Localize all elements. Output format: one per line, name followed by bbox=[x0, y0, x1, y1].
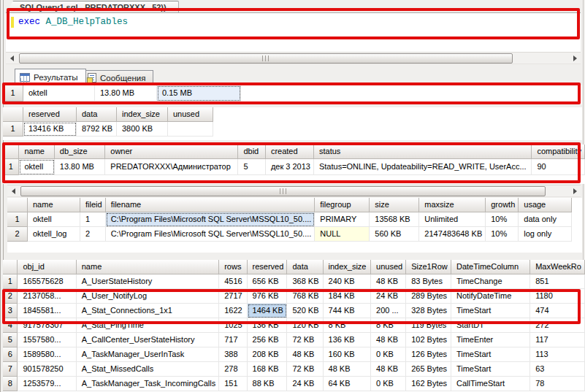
grid-cell[interactable]: 717 bbox=[219, 333, 247, 347]
column-header[interactable]: dbid bbox=[238, 145, 266, 159]
grid-cell[interactable]: 78 bbox=[530, 377, 585, 391]
grid-cell[interactable]: 63 bbox=[530, 362, 585, 377]
grid-cell[interactable]: 13.80 MB bbox=[55, 159, 106, 175]
grid-cell[interactable]: 184 KB bbox=[324, 289, 372, 304]
grid-cell-focused[interactable]: C:\Program Files\Microsoft SQL Server\MS… bbox=[106, 212, 316, 227]
column-header[interactable]: index_size bbox=[117, 107, 168, 122]
column-header[interactable]: compatibility bbox=[532, 145, 585, 159]
column-header[interactable]: unused bbox=[371, 260, 406, 274]
grid-cell[interactable]: 102 Bytes bbox=[406, 333, 451, 347]
row-number[interactable]: 1 bbox=[3, 122, 23, 137]
grid-cell[interactable]: A_Stat_Connections_1x1 bbox=[77, 304, 219, 318]
results-hscroll-thumb[interactable] bbox=[20, 186, 546, 196]
corner-header[interactable] bbox=[7, 198, 28, 212]
scroll-right-button[interactable] bbox=[570, 185, 581, 196]
column-header[interactable]: size bbox=[370, 198, 419, 212]
grid-cell[interactable]: A_Stat_PingTime bbox=[77, 318, 219, 333]
column-header[interactable]: status bbox=[314, 145, 532, 159]
grid-cell[interactable]: 278 bbox=[219, 362, 247, 377]
grid-cell[interactable]: TimeStart bbox=[451, 347, 530, 362]
grid-cell[interactable]: oktell_log bbox=[28, 227, 80, 242]
grid-cell[interactable]: 3800 KB bbox=[117, 122, 168, 137]
grid-cell[interactable]: 168 KB bbox=[248, 362, 288, 377]
column-header[interactable]: reserved bbox=[248, 260, 288, 274]
grid-cell[interactable]: 901578250 bbox=[18, 362, 76, 377]
grid-cell[interactable]: 1589580... bbox=[18, 347, 76, 362]
grid-cell[interactable]: Status=ONLINE, Updateability=READ_WRITE,… bbox=[314, 159, 532, 175]
grid-cell[interactable] bbox=[168, 122, 213, 137]
grid-cell[interactable]: A_CallCenter_UserStateHistory bbox=[77, 333, 219, 347]
grid-cell[interactable]: 289 Bytes bbox=[406, 289, 451, 304]
row-number[interactable]: 4 bbox=[3, 318, 18, 333]
grid-cell[interactable]: CallTimeStart bbox=[451, 377, 530, 391]
row-number[interactable]: 2 bbox=[3, 289, 18, 304]
grid-cell[interactable]: 917578307 bbox=[18, 318, 76, 333]
column-header[interactable]: db_size bbox=[55, 145, 106, 159]
grid-cell[interactable]: A_UserStateHistory bbox=[77, 274, 219, 289]
grid-cell[interactable]: StartDT bbox=[451, 318, 530, 333]
grid-cell[interactable]: 744 KB bbox=[324, 304, 372, 318]
grid-cell[interactable]: дек 3 2013 bbox=[266, 159, 314, 175]
grid-cell[interactable]: 10% bbox=[486, 212, 519, 227]
scroll-right-button[interactable] bbox=[570, 53, 581, 64]
corner-header[interactable] bbox=[3, 107, 23, 122]
column-header[interactable]: unused bbox=[168, 107, 213, 122]
grid-cell[interactable]: 64 KB bbox=[324, 377, 372, 391]
grid-cell[interactable]: NotifyDateTime bbox=[451, 289, 530, 304]
grid-cell[interactable]: 83 Bytes bbox=[406, 274, 451, 289]
grid-cell[interactable]: oktell bbox=[28, 212, 80, 227]
grid-cell[interactable]: TimeEnter bbox=[451, 333, 530, 347]
grid-cell[interactable]: 151 bbox=[219, 377, 247, 391]
grid-cell[interactable]: 13.80 MB bbox=[95, 85, 157, 101]
grid-cell-focused[interactable]: 13416 KB bbox=[23, 122, 77, 137]
column-header[interactable]: data bbox=[77, 107, 117, 122]
editor-hscrollbar[interactable] bbox=[6, 52, 581, 64]
grid-cell[interactable]: 117 bbox=[530, 333, 585, 347]
grid-cell[interactable]: 48 KB bbox=[371, 333, 406, 347]
grid-cell[interactable]: 2717 bbox=[219, 289, 247, 304]
column-header[interactable]: usage bbox=[519, 198, 572, 212]
grid-cell[interactable]: 136 KB bbox=[324, 333, 372, 347]
grid-cell[interactable]: 1025 bbox=[219, 318, 247, 333]
grid-cell[interactable]: 13568 KB bbox=[370, 212, 419, 227]
document-tab[interactable]: SQLQuery1.sql - PREDATORXXX...52)) bbox=[6, 1, 179, 13]
column-header[interactable]: index_size bbox=[324, 260, 372, 274]
grid-cell[interactable]: 1180 bbox=[530, 289, 585, 304]
grid-cell[interactable]: 1 bbox=[80, 212, 106, 227]
column-header[interactable]: rows bbox=[219, 260, 247, 274]
grid-cell[interactable]: 388 bbox=[219, 347, 247, 362]
grid-cell[interactable]: 48 KB bbox=[371, 362, 406, 377]
grid-cell-focused[interactable]: oktell bbox=[19, 159, 54, 175]
grid-cell[interactable]: C:\Program Files\Microsoft SQL Server\MS… bbox=[106, 227, 316, 242]
column-header[interactable]: created bbox=[266, 145, 314, 159]
column-header[interactable]: DateTimeColumn bbox=[451, 260, 530, 274]
grid-cell[interactable]: 208 KB bbox=[248, 347, 288, 362]
grid-cell[interactable]: 240 KB bbox=[324, 274, 372, 289]
column-header[interactable]: name bbox=[77, 260, 219, 274]
editor-hscroll-thumb[interactable] bbox=[19, 53, 513, 64]
grid-cell[interactable]: 72 KB bbox=[287, 333, 323, 347]
column-header[interactable]: growth bbox=[486, 198, 519, 212]
grid-cell[interactable]: 48 KB bbox=[371, 274, 406, 289]
query-editor[interactable]: exec A_DB_HelpTables bbox=[6, 12, 581, 52]
grid-cell[interactable]: PREDATORXXX\Администратор bbox=[105, 159, 238, 175]
grid-cell[interactable]: 1557580... bbox=[18, 333, 76, 347]
row-number[interactable]: 7 bbox=[3, 362, 18, 377]
tab-results[interactable]: Результаты bbox=[15, 69, 86, 85]
grid-cell[interactable]: 768 KB bbox=[287, 289, 323, 304]
grid-cell[interactable]: 656 KB bbox=[248, 274, 288, 289]
results-hscrollbar[interactable] bbox=[7, 185, 581, 197]
grid-cell[interactable]: 48 KB bbox=[287, 347, 323, 362]
corner-header[interactable] bbox=[3, 145, 19, 159]
grid-cell[interactable]: 2147483648 KB bbox=[419, 227, 486, 242]
grid-cell[interactable]: 272 bbox=[530, 318, 585, 333]
column-header[interactable]: data bbox=[287, 260, 323, 274]
grid-cell[interactable]: 328 Bytes bbox=[406, 304, 451, 318]
grid-cell[interactable]: 560 KB bbox=[370, 227, 419, 242]
grid-cell[interactable]: TimeStart bbox=[451, 304, 530, 318]
column-header[interactable]: owner bbox=[105, 145, 238, 159]
grid-cell[interactable]: 48 KB bbox=[324, 362, 372, 377]
grid-cell[interactable]: 2137058... bbox=[18, 289, 76, 304]
grid-cell[interactable]: 72 KB bbox=[287, 362, 323, 377]
grid-cell[interactable]: 474 bbox=[530, 304, 585, 318]
